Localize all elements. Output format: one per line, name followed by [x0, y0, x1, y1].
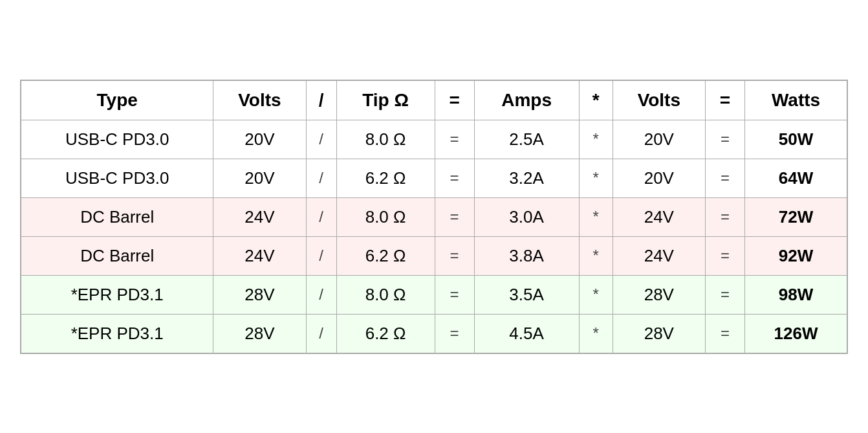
cell-type: DC Barrel [21, 197, 213, 236]
header-type: Type [21, 80, 213, 120]
cell-volts-in: 24V [213, 236, 306, 275]
table-row: DC Barrel24V/6.2 Ω=3.8A*24V=92W [21, 236, 847, 275]
cell-div: / [306, 120, 336, 159]
cell-volts-out: 28V [613, 275, 705, 314]
cell-mul: * [579, 197, 613, 236]
cell-eq2: = [705, 236, 744, 275]
cell-amps: 3.2A [474, 159, 579, 197]
cell-watts: 92W [745, 236, 847, 275]
cell-amps: 3.0A [474, 197, 579, 236]
cell-eq1: = [435, 314, 474, 353]
header-tip-ohm: Tip Ω [336, 80, 435, 120]
cell-mul: * [579, 159, 613, 197]
cell-div: / [306, 314, 336, 353]
cell-volts-out: 24V [613, 236, 705, 275]
cell-volts-in: 28V [213, 314, 306, 353]
cell-type: DC Barrel [21, 236, 213, 275]
header-row: Type Volts / Tip Ω = Amps * Volts = Watt… [21, 80, 847, 120]
cell-tip-ohm: 6.2 Ω [336, 159, 435, 197]
cell-mul: * [579, 275, 613, 314]
cell-amps: 3.5A [474, 275, 579, 314]
cell-volts-in: 20V [213, 120, 306, 159]
cell-mul: * [579, 236, 613, 275]
table-row: DC Barrel24V/8.0 Ω=3.0A*24V=72W [21, 197, 847, 236]
cell-div: / [306, 159, 336, 197]
cell-volts-out: 20V [613, 159, 705, 197]
header-volts-out: Volts [613, 80, 705, 120]
table-row: *EPR PD3.128V/8.0 Ω=3.5A*28V=98W [21, 275, 847, 314]
header-eq2: = [705, 80, 744, 120]
header-div: / [306, 80, 336, 120]
cell-type: USB-C PD3.0 [21, 159, 213, 197]
power-table: Type Volts / Tip Ω = Amps * Volts = Watt… [20, 80, 848, 354]
cell-tip-ohm: 8.0 Ω [336, 197, 435, 236]
cell-watts: 126W [745, 314, 847, 353]
main-container: Type Volts / Tip Ω = Amps * Volts = Watt… [20, 80, 848, 354]
cell-tip-ohm: 8.0 Ω [336, 120, 435, 159]
header-watts: Watts [745, 80, 847, 120]
cell-eq1: = [435, 275, 474, 314]
cell-eq2: = [705, 120, 744, 159]
cell-type: USB-C PD3.0 [21, 120, 213, 159]
table-row: *EPR PD3.128V/6.2 Ω=4.5A*28V=126W [21, 314, 847, 353]
cell-eq1: = [435, 159, 474, 197]
cell-volts-in: 20V [213, 159, 306, 197]
cell-eq2: = [705, 159, 744, 197]
cell-volts-in: 24V [213, 197, 306, 236]
cell-eq2: = [705, 197, 744, 236]
table-row: USB-C PD3.020V/6.2 Ω=3.2A*20V=64W [21, 159, 847, 197]
header-volts-in: Volts [213, 80, 306, 120]
cell-volts-out: 28V [613, 314, 705, 353]
header-mul: * [579, 80, 613, 120]
cell-tip-ohm: 6.2 Ω [336, 314, 435, 353]
cell-div: / [306, 236, 336, 275]
cell-volts-out: 20V [613, 120, 705, 159]
header-amps: Amps [474, 80, 579, 120]
cell-eq1: = [435, 120, 474, 159]
cell-eq1: = [435, 236, 474, 275]
cell-volts-out: 24V [613, 197, 705, 236]
cell-div: / [306, 275, 336, 314]
cell-tip-ohm: 8.0 Ω [336, 275, 435, 314]
cell-amps: 3.8A [474, 236, 579, 275]
table-row: USB-C PD3.020V/8.0 Ω=2.5A*20V=50W [21, 120, 847, 159]
cell-type: *EPR PD3.1 [21, 275, 213, 314]
cell-watts: 64W [745, 159, 847, 197]
cell-amps: 4.5A [474, 314, 579, 353]
cell-amps: 2.5A [474, 120, 579, 159]
cell-eq2: = [705, 275, 744, 314]
cell-watts: 98W [745, 275, 847, 314]
header-eq1: = [435, 80, 474, 120]
cell-eq2: = [705, 314, 744, 353]
cell-mul: * [579, 314, 613, 353]
cell-mul: * [579, 120, 613, 159]
cell-watts: 50W [745, 120, 847, 159]
cell-watts: 72W [745, 197, 847, 236]
cell-type: *EPR PD3.1 [21, 314, 213, 353]
cell-tip-ohm: 6.2 Ω [336, 236, 435, 275]
cell-volts-in: 28V [213, 275, 306, 314]
cell-div: / [306, 197, 336, 236]
cell-eq1: = [435, 197, 474, 236]
